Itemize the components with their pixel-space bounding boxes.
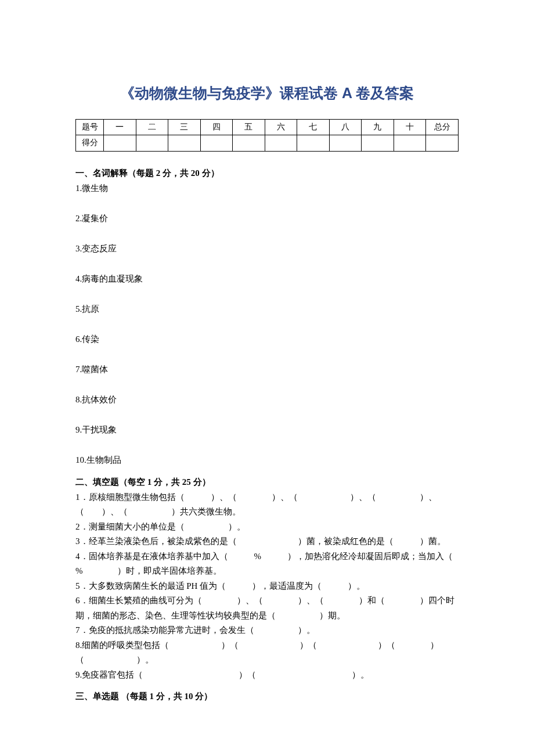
term-item: 5.抗原 — [75, 302, 459, 316]
cell — [200, 135, 233, 151]
term-item: 9.干扰现象 — [75, 423, 459, 437]
fill-item: 4．固体培养基是在液体培养基中加入（ % ），加热溶化经冷却凝固后即成；当加入（… — [75, 549, 459, 579]
term-item: 3.变态反应 — [75, 242, 459, 255]
cell — [233, 135, 265, 151]
term-item: 10.生物制品 — [75, 453, 459, 467]
section-3-header: 三、单选题 （每题 1 分，共 10 分） — [75, 689, 459, 703]
cell — [362, 135, 394, 151]
term-item: 6.传染 — [75, 332, 459, 346]
fill-item: 2．测量细菌大小的单位是（ ）。 — [75, 520, 459, 535]
cell: 题号 — [76, 120, 104, 135]
cell: 五 — [233, 120, 265, 135]
fill-item: 8.细菌的呼吸类型包括（ ）（ ）（ ）（ ）（ ）。 — [75, 638, 459, 668]
term-item: 4.病毒的血凝现象 — [75, 272, 459, 286]
page-title: 《动物微生物与免疫学》课程试卷 A 卷及答案 — [75, 81, 459, 105]
fill-item: 5．大多数致病菌生长的最适 PH 值为（ ），最适温度为（ ）。 — [75, 579, 459, 594]
fill-item: 9.免疫器官包括（ ）（ ）。 — [75, 668, 459, 683]
cell — [265, 135, 297, 151]
cell: 六 — [265, 120, 297, 135]
cell: 得分 — [76, 135, 104, 151]
cell: 三 — [168, 120, 201, 135]
table-row: 题号 一 二 三 四 五 六 七 八 九 十 总分 — [76, 120, 459, 135]
cell: 七 — [297, 120, 330, 135]
fill-item: 3．经革兰染液染色后，被染成紫色的是（ ）菌，被染成红色的是（ ）菌。 — [75, 534, 459, 549]
cell — [104, 135, 136, 151]
cell: 一 — [104, 120, 136, 135]
cell: 二 — [136, 120, 168, 135]
term-item: 1.微生物 — [75, 181, 459, 195]
section-2-header: 二、填空题（每空 1 分，共 25 分） — [75, 475, 459, 489]
term-item: 2.凝集价 — [75, 211, 459, 225]
cell: 总分 — [426, 120, 459, 135]
term-item: 7.噬菌体 — [75, 362, 459, 376]
cell: 八 — [329, 120, 362, 135]
fill-item: 1．原核细胞型微生物包括（ ）、（ ）、（ ）、（ ）、（ ）、（ ）共六类微生… — [75, 490, 459, 520]
cell — [426, 135, 459, 151]
cell: 十 — [394, 120, 426, 135]
term-item: 8.抗体效价 — [75, 393, 459, 406]
cell — [168, 135, 201, 151]
cell — [329, 135, 362, 151]
cell: 四 — [200, 120, 233, 135]
cell — [394, 135, 426, 151]
table-row: 得分 — [76, 135, 459, 151]
cell — [136, 135, 168, 151]
cell: 九 — [362, 120, 394, 135]
fill-item: 7．免疫的抵抗感染功能异常亢进时，会发生（ ）。 — [75, 623, 459, 638]
section-1-header: 一、名词解释（每题 2 分，共 20 分） — [75, 166, 459, 180]
score-table: 题号 一 二 三 四 五 六 七 八 九 十 总分 得分 — [75, 119, 459, 152]
cell — [297, 135, 330, 151]
fill-item: 6．细菌生长繁殖的曲线可分为（ ）、（ ）、（ ）和（ ）四个时期，细菌的形态、… — [75, 593, 459, 623]
